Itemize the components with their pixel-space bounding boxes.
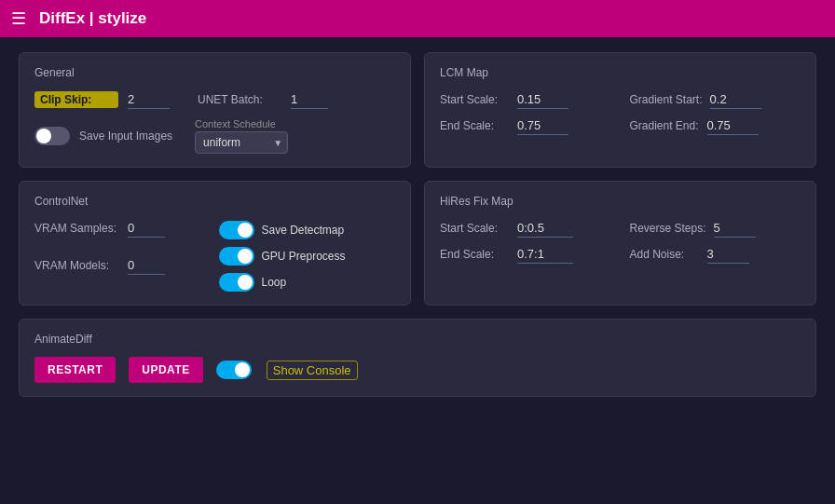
loop-toggle[interactable]: [219, 273, 254, 292]
lcm-gradient-end-field: Gradient End:: [630, 116, 801, 135]
update-button[interactable]: UPDATE: [129, 357, 202, 383]
hires-reverse-steps-input[interactable]: [714, 219, 756, 238]
toggle-track-save-input: [34, 127, 70, 145]
hires-start-scale-field: Start Scale:: [440, 219, 611, 238]
hires-add-noise-label: Add Noise:: [630, 248, 700, 261]
toggle-thumb-console: [235, 362, 250, 377]
toggle-track-loop: [219, 273, 254, 292]
hires-fix-title: HiRes Fix Map: [440, 195, 801, 208]
loop-label: Loop: [262, 276, 287, 289]
hires-reverse-steps-label: Reverse Steps:: [630, 222, 706, 235]
controlnet-grid: VRAM Samples: VRAM Models: Save Detectma…: [34, 219, 395, 292]
lcm-gradient-start-input[interactable]: [710, 90, 761, 109]
save-input-images-label: Save Input Images: [79, 129, 172, 143]
animatediff-title: AnimateDiff: [34, 333, 801, 346]
controlnet-title: ControlNet: [34, 195, 395, 208]
hires-end-scale-input[interactable]: [517, 245, 573, 264]
header: ☰ DiffEx | stylize: [0, 0, 835, 37]
toggle-track-gpu: [219, 247, 254, 266]
controlnet-card: ControlNet VRAM Samples: VRAM Models:: [19, 181, 411, 306]
toggle-thumb-save-input: [36, 129, 51, 143]
hires-start-scale-input[interactable]: [517, 219, 573, 238]
controlnet-left: VRAM Samples: VRAM Models:: [34, 219, 212, 292]
lcm-gradient-end-input[interactable]: [707, 116, 759, 135]
hires-end-scale-field: End Scale:: [440, 245, 611, 264]
gpu-preprocess-toggle[interactable]: [219, 247, 254, 266]
context-schedule-wrapper: Context Schedule uniform static pingpong…: [195, 118, 288, 154]
hires-add-noise-input[interactable]: [707, 245, 749, 264]
hires-fix-grid: Start Scale: Reverse Steps: End Scale: A…: [440, 219, 801, 264]
vram-samples-label: VRAM Samples:: [34, 222, 118, 235]
vram-models-row: VRAM Models:: [34, 256, 212, 275]
lcm-end-scale-field: End Scale:: [440, 116, 611, 135]
lcm-gradient-start-field: Gradient Start:: [630, 90, 801, 109]
toggle-track-console: [216, 361, 252, 379]
lcm-map-title: LCM Map: [440, 66, 801, 79]
hires-reverse-steps-field: Reverse Steps:: [630, 219, 801, 238]
lcm-grid: Start Scale: Gradient Start: End Scale: …: [440, 90, 801, 135]
context-schedule-label: Context Schedule: [195, 118, 288, 129]
controlnet-right: Save Detectmap GPU Preprocess: [219, 219, 396, 292]
context-schedule-select[interactable]: uniform static pingpong: [195, 131, 288, 154]
toggle-track-detectmap: [219, 221, 254, 239]
lcm-start-scale-label: Start Scale:: [440, 93, 510, 106]
lcm-start-scale-input[interactable]: [517, 90, 568, 109]
hires-add-noise-field: Add Noise:: [630, 245, 801, 264]
toggle-thumb-gpu: [238, 249, 253, 264]
unet-batch-input[interactable]: [291, 90, 328, 109]
toggle-thumb-detectmap: [238, 223, 253, 238]
animatediff-card: AnimateDiff RESTART UPDATE Show Console: [19, 319, 816, 397]
general-title: General: [34, 66, 395, 79]
clip-skip-row: Clip Skip: UNET Batch:: [34, 90, 395, 109]
lcm-end-scale-label: End Scale:: [440, 119, 510, 132]
general-card: General Clip Skip: UNET Batch: Save Inpu…: [19, 52, 411, 168]
vram-samples-row: VRAM Samples:: [34, 219, 212, 238]
clip-skip-label: Clip Skip:: [34, 91, 118, 108]
hamburger-icon[interactable]: ☰: [11, 8, 26, 29]
context-schedule-select-wrapper: uniform static pingpong ▼: [195, 131, 288, 154]
gpu-preprocess-row: GPU Preprocess: [219, 247, 396, 266]
header-title: DiffEx | stylize: [39, 9, 146, 28]
clip-skip-input[interactable]: [128, 90, 170, 109]
lcm-gradient-end-label: Gradient End:: [630, 119, 700, 132]
show-console-label: Show Console: [267, 361, 358, 380]
save-input-images-toggle[interactable]: [34, 127, 70, 145]
save-detectmap-toggle[interactable]: [219, 221, 254, 239]
lcm-end-scale-input[interactable]: [517, 116, 568, 135]
restart-button[interactable]: RESTART: [34, 357, 116, 383]
vram-samples-input[interactable]: [128, 219, 165, 238]
hires-start-scale-label: Start Scale:: [440, 222, 510, 235]
loop-row: Loop: [219, 273, 396, 292]
gpu-preprocess-label: GPU Preprocess: [262, 250, 346, 263]
show-console-toggle[interactable]: [216, 361, 252, 379]
hires-fix-card: HiRes Fix Map Start Scale: Reverse Steps…: [424, 181, 816, 306]
lcm-start-scale-field: Start Scale:: [440, 90, 611, 109]
save-input-images-row: Save Input Images Context Schedule unifo…: [34, 118, 395, 154]
save-detectmap-label: Save Detectmap: [262, 224, 345, 237]
hires-end-scale-label: End Scale:: [440, 248, 510, 261]
lcm-gradient-start-label: Gradient Start:: [630, 93, 703, 106]
toggle-thumb-loop: [238, 275, 253, 290]
vram-models-input[interactable]: [128, 256, 165, 275]
animatediff-row: RESTART UPDATE Show Console: [34, 357, 801, 383]
save-detectmap-row: Save Detectmap: [219, 221, 396, 239]
unet-batch-label: UNET Batch:: [198, 93, 281, 106]
vram-models-label: VRAM Models:: [34, 259, 118, 272]
lcm-map-card: LCM Map Start Scale: Gradient Start: End…: [424, 52, 816, 168]
main-content: General Clip Skip: UNET Batch: Save Inpu…: [0, 37, 835, 412]
